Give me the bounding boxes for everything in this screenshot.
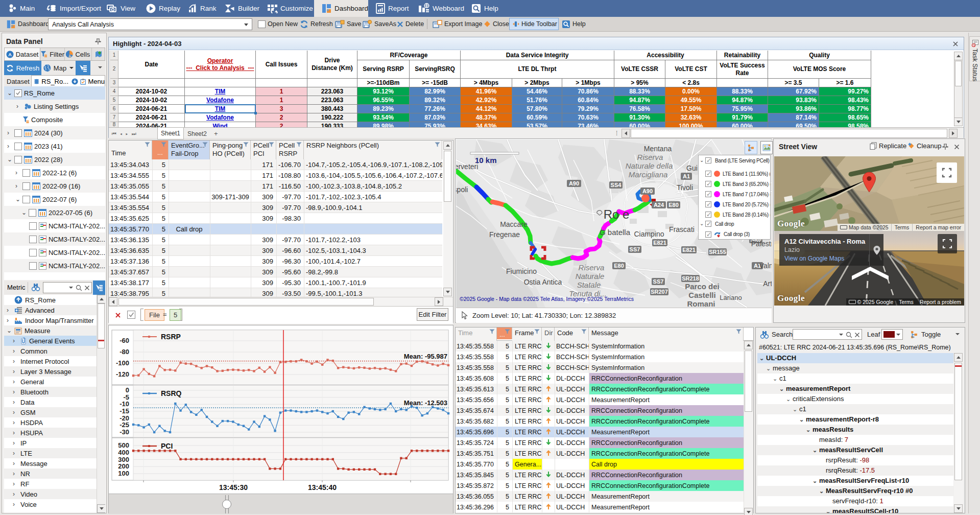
svg-text:Statale: Statale [577, 280, 601, 289]
svg-text:Gui: Gui [686, 164, 698, 172]
svg-text:-120: -120 [116, 370, 129, 378]
svg-text:-80: -80 [119, 348, 129, 356]
svg-text:©2025 Google - Map data ©2025: ©2025 Google - Map data ©2025 Tele Atlas… [460, 296, 634, 302]
svg-text:RSRP: RSRP [161, 333, 181, 341]
svg-text:E821: E821 [682, 247, 696, 253]
svg-text:Riserva: Riserva [579, 263, 605, 272]
svg-text:Frascati: Frascati [669, 225, 695, 233]
svg-text:Riserva: Riserva [637, 153, 663, 161]
svg-text:Valme: Valme [759, 262, 772, 270]
svg-text:SS4: SS4 [611, 182, 622, 188]
svg-text:RSRQ: RSRQ [161, 389, 182, 397]
svg-text:PCI: PCI [161, 442, 173, 450]
svg-text:Mean: -12.503: Mean: -12.503 [404, 399, 447, 407]
svg-text:Arte: Arte [763, 279, 772, 288]
svg-text:Palestrin: Palestrin [751, 240, 772, 248]
svg-text:Ostia Antica: Ostia Antica [524, 278, 562, 286]
svg-text:E821: E821 [653, 240, 666, 246]
svg-text:Naturale: Naturale [576, 272, 605, 280]
svg-text:Ciampino: Ciampino [634, 230, 664, 238]
svg-text:Mean: -95.987: Mean: -95.987 [404, 353, 447, 360]
svg-text:Romani: Romani [687, 299, 715, 308]
svg-text:SS7: SS7 [653, 278, 664, 285]
svg-text:Parco dei: Parco dei [685, 282, 720, 291]
svg-text:-100: -100 [116, 359, 129, 367]
svg-text:200: 200 [118, 462, 129, 470]
svg-text:Castelli: Castelli [688, 291, 715, 299]
svg-text:SS7: SS7 [630, 246, 640, 252]
svg-text:Fiumicino: Fiumicino [506, 267, 537, 275]
svg-text:Fregenae: Fregenae [489, 230, 520, 239]
svg-text:SR218: SR218 [682, 275, 699, 282]
svg-text:A24: A24 [654, 202, 664, 208]
svg-text:G batella: G batella [600, 228, 631, 237]
svg-text:A90: A90 [642, 188, 653, 194]
svg-text:Ro e: Ro e [604, 207, 630, 221]
svg-text:A1: A1 [683, 173, 690, 179]
svg-text:13:45:30: 13:45:30 [219, 483, 248, 491]
svg-text:Mentana: Mentana [644, 145, 672, 153]
svg-text:E80: E80 [668, 202, 679, 208]
svg-text:13:45:40: 13:45:40 [308, 483, 337, 491]
svg-text:Lariano: Lariano [720, 294, 742, 301]
svg-text:10 km: 10 km [475, 156, 497, 165]
svg-text:Naturale della: Naturale della [626, 161, 673, 170]
svg-text:SR155: SR155 [709, 249, 726, 255]
svg-text:E80: E80 [614, 263, 624, 269]
svg-text:100: 100 [118, 470, 129, 477]
svg-text:spoli: spoli [456, 185, 468, 194]
svg-text:-60: -60 [119, 337, 129, 344]
svg-text:A: A [8, 52, 12, 57]
svg-text:A90: A90 [569, 180, 579, 186]
svg-text:-30: -30 [119, 428, 129, 436]
svg-text:Tivoli: Tivoli [677, 183, 693, 192]
svg-text:Maccare: Maccare [500, 220, 528, 228]
svg-text:SR207: SR207 [651, 289, 668, 295]
svg-text:Marcigliana: Marcigliana [629, 170, 668, 179]
svg-text:500: 500 [118, 441, 129, 449]
